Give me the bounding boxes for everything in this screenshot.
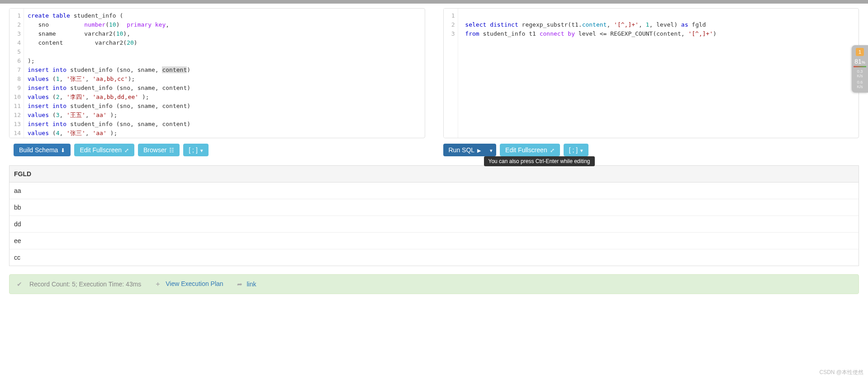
gutter-left: 1234567891011121314 xyxy=(9,9,24,138)
side-metric-1: 0.3K/s xyxy=(852,69,868,78)
schema-editor[interactable]: 1234567891011121314 create table student… xyxy=(9,8,425,138)
caret-down-icon xyxy=(490,146,493,154)
results-row: ee xyxy=(9,233,859,249)
results-header: FGLD xyxy=(9,166,859,182)
status-bar: Record Count: 5; Execution Time: 43ms Vi… xyxy=(9,274,859,294)
results-table: FGLD aabbddeecc xyxy=(9,165,859,266)
side-metric-2: 0.6K/s xyxy=(852,80,868,89)
delimiter-left-button[interactable]: [ ; ] xyxy=(183,144,208,156)
side-bar-graph xyxy=(854,66,866,67)
check-icon xyxy=(17,281,28,288)
browser-label: Browser xyxy=(143,146,166,154)
gutter-right: 123 xyxy=(444,9,458,138)
side-badge[interactable]: 1 xyxy=(856,48,864,56)
build-schema-button[interactable]: Build Schema xyxy=(14,144,71,156)
top-bar xyxy=(0,0,868,4)
plus-icon xyxy=(155,280,164,287)
side-percent: 81% xyxy=(852,58,868,65)
build-schema-label: Build Schema xyxy=(19,146,58,154)
delimiter-right-button[interactable]: [ ; ] xyxy=(564,144,588,156)
edit-fullscreen-right-button[interactable]: Edit Fullscreen xyxy=(500,144,560,156)
run-sql-dropdown[interactable] xyxy=(486,144,496,156)
download-icon xyxy=(61,146,65,154)
edit-fullscreen-right-label: Edit Fullscreen xyxy=(505,146,547,154)
expand-icon xyxy=(124,146,129,154)
edit-fullscreen-left-label: Edit Fullscreen xyxy=(80,146,122,154)
side-widget[interactable]: 1 81% 0.3K/s 0.6K/s xyxy=(852,45,868,93)
tree-icon xyxy=(169,146,174,154)
expand-icon xyxy=(550,146,555,154)
play-icon xyxy=(477,146,481,154)
share-link[interactable]: link xyxy=(237,281,256,288)
browser-button[interactable]: Browser xyxy=(138,144,180,156)
results-row: dd xyxy=(9,216,859,233)
query-code[interactable]: select distinct regexp_substr(t1.content… xyxy=(458,9,859,138)
run-sql-button[interactable]: Run SQL xyxy=(443,144,487,156)
edit-fullscreen-left-button[interactable]: Edit Fullscreen xyxy=(74,144,134,156)
query-editor[interactable]: 123 select distinct regexp_substr(t1.con… xyxy=(443,8,859,138)
delimiter-right-label: [ ; ] xyxy=(569,146,578,154)
caret-down-icon xyxy=(200,146,203,154)
share-icon xyxy=(237,281,245,288)
status-record-text: Record Count: 5; Execution Time: 43ms xyxy=(17,281,141,288)
schema-code[interactable]: create table student_info ( sno number(1… xyxy=(24,9,425,138)
caret-down-icon xyxy=(580,146,583,154)
delimiter-left-label: [ ; ] xyxy=(189,146,197,154)
run-sql-label: Run SQL xyxy=(449,146,475,154)
results-row: aa xyxy=(9,182,859,199)
view-execution-plan-link[interactable]: View Execution Plan xyxy=(155,280,223,288)
run-sql-tooltip: You can also press Ctrl-Enter while edit… xyxy=(484,156,595,166)
results-row: bb xyxy=(9,199,859,216)
results-row: cc xyxy=(9,249,859,266)
